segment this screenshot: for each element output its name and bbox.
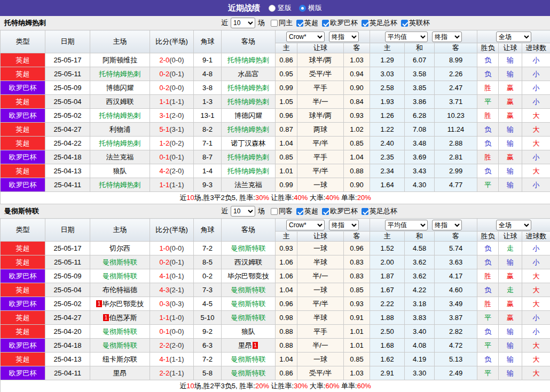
away-team-name: 托特纳姆热刺 (227, 98, 269, 106)
radio-icon[interactable] (269, 5, 276, 12)
odds-stage-select[interactable]: 终指 (329, 31, 359, 42)
league-checkbox[interactable]: 英超 (296, 18, 318, 28)
home-team-cell: 1伯恩茅斯 (90, 311, 150, 325)
crow-home-odds: 0.88 (276, 325, 297, 339)
league-label: 英足总杯 (370, 206, 397, 216)
crow-away-odds: 0.85 (344, 137, 370, 150)
handicap-line: 半/一 (297, 339, 344, 353)
average-stage-select[interactable]: 终指 (432, 31, 462, 42)
halftime-score: (3-1) (169, 125, 184, 133)
home-team-cell: 曼彻斯特联 (90, 255, 150, 269)
handicap-result-flag: 输 (499, 164, 522, 178)
checkbox-icon[interactable] (322, 20, 329, 27)
handicap-result-flag: 输 (499, 353, 522, 366)
avg-home-odds: 2.22 (370, 297, 405, 311)
away-team-name: 曼彻斯特联 (231, 300, 266, 308)
avg-away-odds: 3.49 (435, 297, 477, 311)
average-select[interactable]: 平均值 (385, 220, 428, 230)
fulltime-score: 4-3 (159, 286, 169, 294)
result-flag: 平 (477, 95, 499, 109)
avg-draw-odds: 3.48 (405, 137, 435, 150)
league-checkbox[interactable]: 英超 (296, 206, 318, 216)
matches-table: 类型 日期 主场 比分(半场) 角球 客场 Crow* 终指 平均值 终指 (0, 218, 550, 392)
avg-home-odds: 2.58 (370, 81, 405, 95)
handicap-line: 平/半 (297, 164, 344, 178)
match-date: 25-05-11 (45, 255, 90, 269)
checkbox-icon[interactable] (296, 20, 303, 27)
checkbox-icon[interactable] (296, 208, 303, 215)
crow-away-odds: 1.02 (344, 123, 370, 137)
recent-count-select[interactable]: 10 (231, 18, 255, 28)
away-team-cell: 西汉姆联 (222, 255, 276, 269)
away-team-cell: 托特纳姆热刺 (222, 81, 276, 95)
col-crow-handicap: 让球 (297, 231, 344, 242)
fulltime-score: 4-1 (159, 355, 169, 363)
radio-icon[interactable] (299, 5, 306, 12)
halftime-score: (0-0) (169, 84, 184, 92)
match-date: 25-04-20 (45, 325, 90, 339)
summary-part: 20% (357, 194, 371, 202)
crow-away-odds: 0.84 (344, 95, 370, 109)
summary-part: 40% (294, 194, 308, 202)
view-radio-vertical-label: 竖版 (278, 3, 292, 13)
view-radio-vertical[interactable]: 竖版 (269, 3, 292, 13)
average-select[interactable]: 平均值 (385, 31, 428, 42)
league-checkbox[interactable]: 英足总杯 (362, 206, 397, 216)
league-type-badge: 英超 (1, 53, 45, 67)
corner-count: 8-2 (194, 123, 222, 137)
league-checkbox[interactable]: 英联杯 (401, 18, 430, 28)
halftime-score: (0-1) (169, 258, 184, 266)
crow-home-odds: 1.04 (276, 283, 297, 297)
bookmaker-select[interactable]: Crow* (286, 220, 325, 230)
recent-count-select[interactable]: 10 (231, 206, 255, 217)
home-team-cell: 托特纳姆热刺 (90, 178, 150, 192)
same-venue-checkbox[interactable]: 同主 (271, 18, 293, 28)
col-type: 类型 (1, 219, 45, 242)
avg-away-odds: 4.77 (435, 178, 477, 192)
league-checkbox[interactable]: 欧罗巴杯 (322, 18, 358, 28)
col-goals: 进球数 (522, 43, 550, 53)
league-checkbox[interactable]: 英足总杯 (362, 18, 397, 28)
result-flag: 负 (477, 67, 499, 81)
table-row: 欧罗巴杯25-04-18法兰克福0-1(0-1)8-7托特纳姆热刺0.85平手1… (1, 150, 550, 164)
avg-draw-odds: 7.08 (405, 123, 435, 137)
avg-away-odds: 2.49 (435, 366, 477, 380)
odds-stage-select[interactable]: 终指 (329, 220, 359, 230)
corner-count: 5-10 (194, 311, 222, 325)
fulltime-select[interactable]: 全场 (496, 220, 531, 230)
crow-home-odds: 1.06 (276, 255, 297, 269)
col-goals: 进球数 (522, 231, 550, 242)
score-cell: 1-1(1-1) (150, 178, 194, 192)
handicap-line: 球半/两 (297, 109, 344, 123)
checkbox-icon[interactable] (322, 208, 329, 215)
home-team-name: 伯恩茅斯 (109, 314, 137, 322)
league-type-badge: 英超 (1, 95, 45, 109)
crow-home-odds: 1.01 (276, 164, 297, 178)
checkbox-icon[interactable] (271, 20, 278, 27)
bookmaker-select[interactable]: Crow* (286, 31, 325, 42)
summary-part: 40% (325, 194, 339, 202)
avg-home-odds: 1.87 (370, 269, 405, 283)
fulltime-select[interactable]: 全场 (496, 31, 531, 42)
match-date: 25-04-13 (45, 164, 90, 178)
avg-away-odds: 2.47 (435, 81, 477, 95)
average-stage-select[interactable]: 终指 (432, 220, 462, 230)
checkbox-icon[interactable] (401, 20, 408, 27)
avg-home-odds: 1.64 (370, 178, 405, 192)
same-venue-checkbox[interactable]: 同客 (271, 206, 293, 216)
col-handicap-result: 让球 (499, 231, 522, 242)
checkbox-icon[interactable] (271, 208, 278, 215)
fulltime-score: 2-2 (159, 369, 169, 377)
goals-flag: 小 (522, 81, 550, 95)
summary-part: 近 (179, 382, 186, 390)
handicap-result-flag: 赢 (499, 297, 522, 311)
crow-away-odds: 1.01 (344, 325, 370, 339)
checkbox-icon[interactable] (362, 208, 368, 215)
checkbox-icon[interactable] (362, 20, 368, 27)
result-flag: 胜 (477, 109, 499, 123)
view-radio-horizontal[interactable]: 横版 (299, 3, 322, 13)
league-checkbox[interactable]: 欧罗巴杯 (322, 206, 358, 216)
away-team-cell: 诺丁汉森林 (222, 137, 276, 150)
away-team-name: 法兰克福 (234, 181, 262, 189)
home-team-cell: 西汉姆联 (90, 95, 150, 109)
